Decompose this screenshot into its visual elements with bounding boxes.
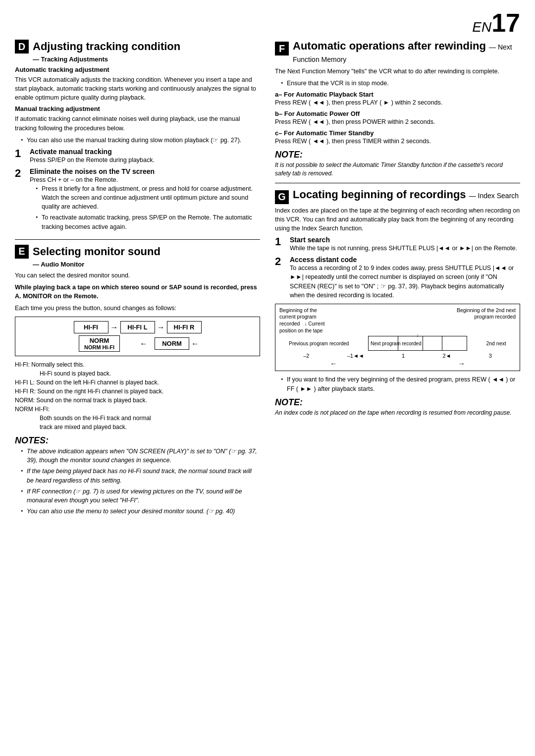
section-f-title: Automatic operations after rewinding — N… [293,40,520,65]
auto-tracking-title: Automatic tracking adjustment [15,66,260,73]
g-step2-body: To access a recording of 2 to 9 index co… [290,264,520,300]
legend-hifir: HI-FI R: Sound on the right Hi-Fi channe… [15,387,260,396]
legend-normhifi: NORM HI-FI: [15,405,260,414]
g-step1-number: 1 [275,236,287,248]
f-a-label: a– For Automatic Playback Start [275,91,520,98]
page-number: 17 [491,8,520,37]
step2-number: 2 [15,167,27,179]
e-note3: If RF connection (☞ pg. 7) is used for v… [21,487,260,505]
legend-normhifi3: track are mixed and played back. [40,423,260,432]
section-e-intro: You can select the desired monitor sound… [15,271,260,280]
g-step2-title: Access distant code [290,256,520,264]
arrow1: → [110,323,118,332]
g-step1-title: Start search [290,236,520,244]
arrow4: ← [191,339,199,348]
f-note-text: It is not possible to select the Automat… [275,161,520,178]
step2-bullet1: Press it briefly for a fine adjustment, … [36,184,260,211]
manual-tracking-title: Manual tracking adjustment [15,105,260,112]
right-arrows: → [458,360,465,368]
f-b-body: Press REW ( ◄◄ ), then press POWER withi… [275,117,520,126]
f-b-label: b– For Automatic Power Off [275,110,520,117]
step1-title: Activate manual tracking [30,148,260,156]
diagram-label1: Beginning of the current program recorde… [279,307,334,334]
e-note2: If the tape being played back has no Hi-… [21,467,260,485]
step2-title: Eliminate the noises on the TV screen [30,167,260,175]
e-note1: The above indication appears when "ON SC… [21,447,260,465]
section-e-letter: E [15,245,29,259]
arrow3: ← [140,339,148,348]
g-note-title: NOTE: [275,397,520,408]
manual-tracking-bullet1: You can also use the manual tracking dur… [21,136,260,145]
legend-hifi2: Hi-Fi sound is played back. [40,369,260,378]
section-g-intro: Index codes are placed on the tape at th… [275,206,520,233]
left-arrows: ← [330,360,337,368]
audio-box-hifir: HI-FI R [167,321,202,333]
section-f-letter: F [275,42,289,55]
section-e: E Selecting monitor sound — Audio Monito… [15,245,260,516]
g-step2-number: 2 [275,256,287,268]
f-c-label: c– For Automatic Timer Standby [275,129,520,137]
diagram-label3: Beginning of the 2nd next program record… [456,307,516,334]
audio-box-norm-hifi: NORM NORM HI-FI [79,335,120,352]
legend-norm: NORM: Sound on the normal track is playe… [15,396,260,405]
step1-number: 1 [15,148,27,160]
diagram-2nd: 2nd next [486,340,506,346]
section-d: D Adjusting tracking condition — Trackin… [15,40,260,234]
arrow2: → [157,323,165,332]
section-d-subtitle: — Tracking Adjustments [33,55,260,63]
audio-diagram: HI-FI → HI-FI L → HI-FI R NORM NORM HI-F… [15,317,260,356]
f-note-title: NOTE: [275,150,520,160]
step2-bullet2: To reactivate automatic tracking, press … [36,213,260,231]
f-c-body: Press REW ( ◄◄ ), then press TIMER withi… [275,137,520,146]
section-d-letter: D [15,40,29,54]
index-diagram: Beginning of the current program recorde… [275,304,520,372]
step1-body: Press SP/EP on the Remote during playbac… [30,156,260,164]
notes-title: NOTES: [15,435,260,446]
g-step1-body: While the tape is not running, press SHU… [290,244,520,253]
legend-hifil: HI-FI L: Sound on the left Hi-Fi channel… [15,378,260,387]
manual-tracking-body: If automatic tracking cannot eliminate n… [15,114,260,132]
section-f: F Automatic operations after rewinding —… [275,40,520,178]
f-a-body: Press REW ( ◄◄ ), then press PLAY ( ► ) … [275,98,520,107]
audio-box-hifi: HI-FI [74,321,108,333]
g-note-text: An index code is not placed on the tape … [275,409,520,417]
section-d-title: Adjusting tracking condition [33,40,180,53]
section-g: G Locating beginning of recordings — Ind… [275,188,520,417]
e-note4: You can also use the menu to select your… [21,507,260,516]
f-bullet1: Ensure that the VCR is in stop mode. [281,79,520,88]
step2-body: Press CH + or – on the Remote. [30,175,260,184]
diagram-prev: Previous program recorded [289,341,349,346]
legend-hifi: HI-FI: Normally select this. [15,360,260,369]
section-f-intro: The Next Function Memory "tells" the VCR… [275,67,520,76]
section-g-title: Locating beginning of recordings — Index… [293,188,519,201]
g-bullet1: If you want to find the very beginning o… [281,375,520,393]
diagram-next: Next program recorded [371,341,422,346]
section-e-flow-intro: Each time you press the button, sound ch… [15,304,260,313]
legend-normhifi2: Both sounds on the Hi-Fi track and norma… [40,414,260,423]
audio-box-norm: NORM [155,337,189,350]
section-g-letter: G [275,190,289,204]
audio-box-hifil: HI-FI L [120,321,155,333]
en-label: EN [472,19,491,35]
diagram-nums: –2 –1◄◄ 1 2◄ 3 [279,353,516,359]
auto-tracking-body: This VCR automatically adjusts the track… [15,75,260,102]
section-e-subtitle: — Audio Monitor [33,261,260,268]
section-e-bold-intro: While playing back a tape on which stere… [15,283,260,301]
section-e-title: Selecting monitor sound [33,245,160,258]
audio-legend: HI-FI: Normally select this. Hi-Fi sound… [15,360,260,432]
